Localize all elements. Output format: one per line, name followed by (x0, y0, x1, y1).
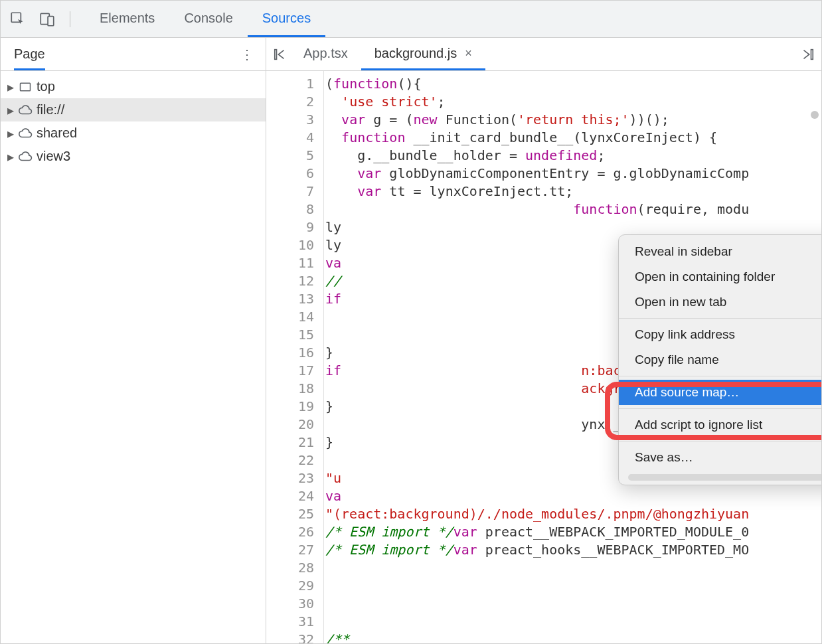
cloud-icon (18, 103, 33, 118)
sidebar-more-icon[interactable]: ⋮ (235, 44, 259, 65)
expand-icon: ▸ (7, 107, 14, 114)
tab-console[interactable]: Console (169, 1, 247, 37)
context-menu-separator (619, 318, 821, 319)
device-toggle-icon[interactable] (38, 10, 56, 29)
tree-item-label: view3 (37, 149, 70, 164)
expand-icon: ▸ (7, 153, 14, 160)
svg-rect-4 (275, 49, 277, 59)
context-menu-item[interactable]: Reveal in sidebar (619, 239, 821, 264)
frame-icon (18, 80, 33, 94)
tree-item-label: top (37, 79, 55, 94)
cloud-icon (18, 126, 33, 141)
expand-icon: ▸ (7, 84, 14, 90)
context-menu-scrollbar[interactable] (628, 474, 821, 481)
sidebar-header: Page ⋮ (1, 38, 266, 71)
toolbar-divider (70, 11, 70, 27)
tree-item-file[interactable]: ▸ file:// (1, 98, 266, 121)
editor-tab-label: background.js (374, 46, 457, 61)
sidebar-title[interactable]: Page (14, 46, 45, 70)
sidebar: Page ⋮ ▸ top ▸ file:// ▸ shared ▸ v (1, 38, 266, 643)
tab-elements[interactable]: Elements (85, 1, 169, 37)
tree-item-view3[interactable]: ▸ view3 (1, 145, 266, 168)
file-tree: ▸ top ▸ file:// ▸ shared ▸ view3 (1, 71, 266, 172)
editor-tab-app[interactable]: App.tsx (290, 38, 361, 70)
svg-rect-5 (811, 49, 813, 59)
context-menu-item[interactable]: Open in new tab (619, 289, 821, 315)
main-area: Page ⋮ ▸ top ▸ file:// ▸ shared ▸ v (1, 38, 821, 643)
context-menu-item[interactable]: Copy file name (619, 347, 821, 372)
context-menu-separator (619, 441, 821, 442)
context-menu-separator (619, 408, 821, 409)
editor-tab-label: App.tsx (303, 46, 348, 61)
tab-sources[interactable]: Sources (248, 1, 325, 37)
main-toolbar: Elements Console Sources (1, 1, 821, 38)
context-menu: Reveal in sidebarOpen in containing fold… (618, 234, 821, 485)
panel-tabs: Elements Console Sources (85, 1, 325, 37)
context-menu-item[interactable]: Add script to ignore list (619, 412, 821, 438)
scrollbar-thumb[interactable] (811, 111, 819, 119)
context-menu-item[interactable]: Open in containing folder (619, 264, 821, 289)
context-menu-separator (619, 376, 821, 376)
context-menu-item[interactable]: Copy link address (619, 322, 821, 347)
tree-item-top[interactable]: ▸ top (1, 75, 266, 98)
line-gutter: 1234567891011121314151617181920212223242… (266, 71, 323, 643)
toolbar-icon-group (1, 1, 85, 37)
cloud-icon (18, 149, 33, 164)
context-menu-item[interactable]: Save as… (619, 445, 821, 470)
tree-item-label: file:// (37, 102, 64, 118)
context-menu-item[interactable]: Add source map… (619, 380, 821, 405)
editor-tab-background[interactable]: background.js × (361, 38, 485, 70)
tree-item-label: shared (37, 125, 77, 141)
close-icon[interactable]: × (465, 46, 472, 60)
editor-tabs: App.tsx background.js × (266, 38, 821, 71)
editor-area: App.tsx background.js × 1234567891011121… (266, 38, 821, 643)
nav-back-icon[interactable] (270, 44, 290, 64)
svg-rect-2 (48, 16, 54, 25)
tree-item-shared[interactable]: ▸ shared (1, 121, 266, 145)
expand-icon: ▸ (7, 130, 14, 137)
svg-rect-3 (21, 83, 31, 91)
nav-forward-icon[interactable] (797, 44, 817, 64)
inspect-icon[interactable] (9, 10, 27, 29)
